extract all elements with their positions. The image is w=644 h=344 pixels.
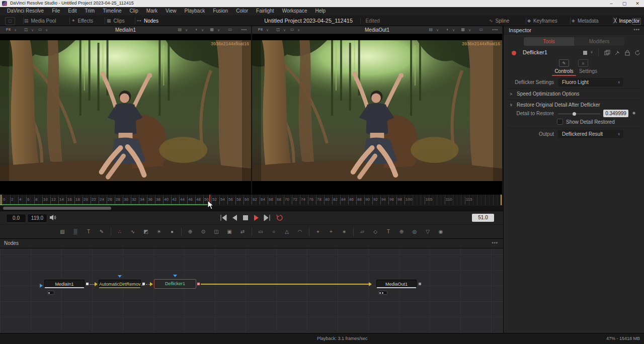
media-pool-toggle-icon[interactable]: ▢ <box>5 17 15 25</box>
stop-button[interactable] <box>241 214 250 222</box>
menu-edit[interactable]: Edit <box>64 7 80 15</box>
matte-control-icon[interactable]: ⊙ <box>199 228 208 235</box>
text-plus-icon[interactable]: T <box>85 228 93 235</box>
deflicker-settings-dropdown[interactable]: Fluoro Light ∨ <box>558 78 623 87</box>
deflicker-output-port[interactable] <box>197 283 200 285</box>
node-mediain1[interactable]: MediaIn1 <box>44 280 85 288</box>
spline-button[interactable]: ∿Spline <box>489 15 509 26</box>
channel-booleans-icon[interactable]: ◫ <box>212 228 221 235</box>
rectangle-mask-icon[interactable]: ▭ <box>257 228 265 235</box>
go-to-end-button[interactable] <box>262 214 271 222</box>
bspline-mask-icon[interactable]: ◠ <box>296 228 304 235</box>
mediain-output-port[interactable] <box>86 283 89 285</box>
text-3d-icon[interactable]: T <box>384 228 393 235</box>
resize-icon[interactable]: ▣ <box>225 228 234 235</box>
subtab-settings[interactable]: Settings <box>577 68 599 74</box>
connection-deflicker-mediaout[interactable] <box>201 284 369 285</box>
dirt-output-port[interactable] <box>142 283 145 285</box>
merge-icon[interactable]: ⊕ <box>186 228 195 235</box>
metadata-button[interactable]: ◈Metadata <box>572 15 599 26</box>
renderer-3d-icon[interactable]: ◉ <box>437 228 445 235</box>
transform-icon[interactable]: ⇄ <box>238 228 247 235</box>
effects-button[interactable]: ✦Effects <box>71 15 93 26</box>
menu-fusion[interactable]: Fusion <box>209 7 232 15</box>
audio-mute-icon[interactable] <box>49 214 56 221</box>
camera-3d-icon[interactable]: ◎ <box>411 228 419 235</box>
shape-3d-icon[interactable]: ◇ <box>371 228 380 235</box>
fast-noise-icon[interactable]: ▒ <box>71 228 80 235</box>
minimize-button[interactable]: – <box>605 0 618 7</box>
menu-playback[interactable]: Playback <box>181 7 209 15</box>
lock-icon[interactable] <box>624 50 630 56</box>
expand-viewer-icon[interactable]: ▭ <box>228 27 232 32</box>
nodes-panel-options-icon[interactable]: ••• <box>492 240 498 245</box>
current-frame-field[interactable]: 51.0 <box>472 214 494 222</box>
range-end-field[interactable]: 119.0 <box>27 214 47 223</box>
subtab-controls[interactable]: Controls <box>552 68 576 74</box>
menu-davinci-resolve[interactable]: DaVinci Resolve <box>3 7 48 15</box>
merge-3d-icon[interactable]: ⊕ <box>397 228 406 235</box>
roi-grid-icon[interactable]: ▦ <box>461 27 465 32</box>
viewer-options-icon[interactable]: ••• <box>242 27 247 32</box>
keyframe-diamond-icon[interactable]: ◆ <box>632 111 635 115</box>
play-button[interactable] <box>252 214 261 222</box>
mediain-thumbnail-toggle[interactable] <box>47 291 54 295</box>
menu-color[interactable]: Color <box>232 7 252 15</box>
viewer-left-image-area[interactable]: 3936x2144xfloat16 <box>0 34 251 194</box>
close-button[interactable]: ✕ <box>631 0 644 7</box>
spotlight-icon[interactable]: ▽ <box>424 228 432 235</box>
menu-file[interactable]: File <box>48 7 64 15</box>
inspector-options-icon[interactable]: ••• <box>634 27 640 32</box>
dual-screen-icon[interactable] <box>632 18 641 25</box>
loop-playback-button[interactable] <box>275 214 284 222</box>
node-graph[interactable]: MediaIn1 AutomaticDirtRemov... Deflicker… <box>0 248 503 333</box>
planar-tracker-icon[interactable]: + <box>327 228 336 235</box>
viewer-lut-icon[interactable]: ◐ <box>446 27 449 32</box>
camera-tracker-icon[interactable]: ∗ <box>340 228 349 235</box>
media-pool-button[interactable]: ▤Media Pool <box>24 15 56 26</box>
pin-icon[interactable] <box>614 50 620 56</box>
color-curves-icon[interactable]: ∿ <box>129 228 137 235</box>
viewer-options-icon[interactable]: ••• <box>493 27 498 32</box>
tab-tools[interactable]: Tools <box>524 37 574 46</box>
brightness-contrast-icon[interactable]: ☀ <box>155 228 164 235</box>
restore-detail-section[interactable]: ∨ Restore Original Detail After Deflicke… <box>504 101 644 109</box>
channel-display-icon[interactable]: ▤ <box>178 27 182 32</box>
viewer-right-image-area[interactable]: 3936x2144xfloat16 <box>252 34 502 194</box>
menu-view[interactable]: View <box>162 7 181 15</box>
color-gain-icon[interactable]: ● <box>168 228 177 235</box>
node-mediaout1[interactable]: MediaOut1 <box>376 280 417 288</box>
clips-button[interactable]: ▦Clips <box>107 15 125 26</box>
menu-mark[interactable]: Mark <box>142 7 162 15</box>
mediaout-thumbnail-toggle[interactable] <box>378 291 387 295</box>
menu-fairlight[interactable]: Fairlight <box>252 7 278 15</box>
image-plane-3d-icon[interactable]: ▱ <box>358 228 367 235</box>
viewer-lut-icon[interactable]: ◐ <box>195 27 198 32</box>
node-color-swatch[interactable] <box>583 51 587 55</box>
menu-timeline[interactable]: Timeline <box>99 7 125 15</box>
menu-workspace[interactable]: Workspace <box>278 7 311 15</box>
tab-modifiers[interactable]: Modifiers <box>574 37 624 46</box>
go-to-start-button[interactable] <box>219 214 228 222</box>
ellipse-mask-icon[interactable]: ○ <box>270 228 278 235</box>
keyframes-button[interactable]: ◆Keyframes <box>527 15 557 26</box>
show-detail-checkbox[interactable] <box>557 119 563 125</box>
roi-grid-icon[interactable]: ▦ <box>210 27 214 32</box>
play-reverse-button[interactable] <box>230 214 239 222</box>
polygon-mask-icon[interactable]: △ <box>283 228 291 235</box>
speed-optimization-section[interactable]: > Speed Optimization Options <box>504 90 644 98</box>
menu-trim[interactable]: Trim <box>81 7 99 15</box>
node-enable-toggle[interactable] <box>512 51 516 55</box>
color-corrector-icon[interactable]: ◩ <box>142 228 150 235</box>
copy-settings-icon[interactable] <box>604 50 610 56</box>
menu-clip[interactable]: Clip <box>126 7 142 15</box>
maximize-button[interactable]: ▢ <box>618 0 631 7</box>
blur-tool-icon[interactable]: ∴ <box>116 228 124 235</box>
channel-display-icon[interactable]: ▤ <box>429 27 433 32</box>
background-generator-icon[interactable]: ▧ <box>58 228 67 235</box>
expand-viewer-icon[interactable]: ▭ <box>479 27 483 32</box>
timeline-scrollbar-thumb[interactable] <box>3 207 111 210</box>
mediaout-monitor-port[interactable] <box>419 283 421 285</box>
connection-mediain-dirt[interactable] <box>90 284 95 285</box>
detail-value-field[interactable]: 0.349999 <box>603 110 628 117</box>
